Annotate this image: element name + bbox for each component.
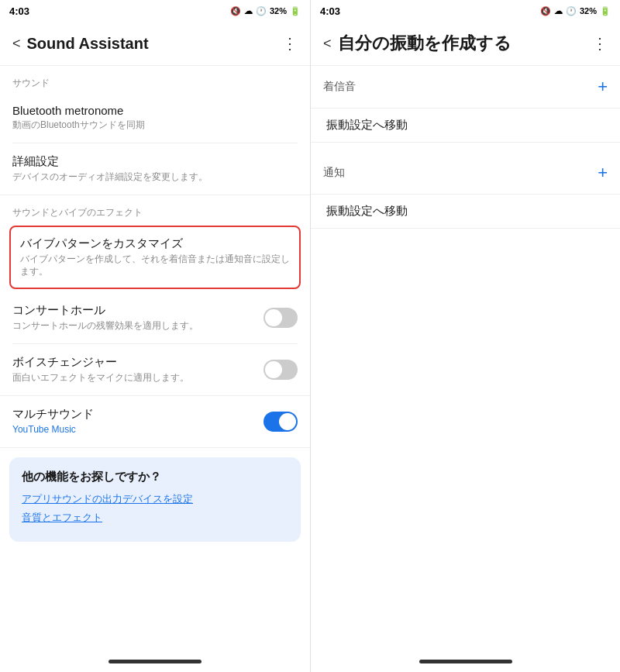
clock-icon: 🕐: [256, 6, 267, 16]
voice-changer-subtitle: 面白いエフェクトをマイクに適用します。: [12, 371, 264, 384]
mute-icon-right: 🔇: [540, 6, 551, 16]
vibe-customize-item[interactable]: バイブパターンをカスタマイズ バイブパターンを作成して、それを着信音または通知音…: [9, 226, 301, 290]
multi-sound-subtitle: YouTube Music: [12, 423, 264, 436]
notification-section-header: 通知 +: [311, 152, 620, 194]
more-menu-left[interactable]: ⋮: [282, 34, 298, 53]
ringtone-add-button[interactable]: +: [598, 77, 608, 97]
page-title-right: 自分の振動を作成する: [338, 32, 512, 55]
app-header-right: < 自分の振動を作成する ⋮: [311, 22, 620, 65]
more-menu-right[interactable]: ⋮: [592, 34, 608, 53]
vibe-customize-subtitle: バイブパターンを作成して、それを着信音または通知音に設定します。: [20, 253, 290, 279]
content-right: 着信音 + 振動設定へ移動 通知 + 振動設定へ移動: [311, 66, 620, 650]
section-label-vibe: サウンドとバイブのエフェクト: [0, 195, 310, 222]
bluetooth-metronome-title: Bluetooth metronome: [12, 104, 298, 117]
detail-settings-subtitle: デバイスのオーディオ詳細設定を変更します。: [12, 171, 298, 184]
concert-hall-subtitle: コンサートホールの残響効果を適用します。: [12, 319, 264, 333]
ringtone-section-header: 着信音 +: [311, 66, 620, 108]
bluetooth-metronome-item[interactable]: Bluetooth metronome 動画のBluetoothサウンドを同期: [0, 93, 310, 143]
battery-text: 32%: [270, 6, 287, 16]
notification-vibration-settings[interactable]: 振動設定へ移動: [311, 195, 620, 228]
app-header-left: < Sound Assistant ⋮: [0, 22, 310, 65]
home-bar-right: [311, 650, 620, 672]
battery-text-right: 32%: [580, 6, 597, 16]
suggestion-card: 他の機能をお探しですか？ アプリサウンドの出力デバイスを設定 音質とエフェクト: [9, 457, 301, 542]
page-title-left: Sound Assistant: [27, 35, 149, 53]
concert-hall-item[interactable]: コンサートホール コンサートホールの残響効果を適用します。: [0, 292, 310, 343]
status-icons-right: 🔇 ☁ 🕐 32% 🔋: [540, 6, 611, 16]
panel-left: 4:03 🔇 ☁ 🕐 32% 🔋 < Sound Assistant ⋮ サウン…: [0, 0, 310, 672]
voice-changer-toggle[interactable]: [264, 360, 298, 380]
wifi-icon-right: ☁: [554, 6, 563, 16]
status-icons-left: 🔇 ☁ 🕐 32% 🔋: [230, 6, 301, 16]
notification-label: 通知: [323, 166, 345, 180]
back-button-right[interactable]: <: [323, 36, 332, 52]
section-label-sound: サウンド: [0, 66, 310, 93]
status-bar-left: 4:03 🔇 ☁ 🕐 32% 🔋: [0, 0, 310, 22]
back-button-left[interactable]: <: [12, 36, 21, 52]
card-title: 他の機能をお探しですか？: [22, 470, 288, 484]
battery-icon-right: 🔋: [600, 6, 611, 16]
content-left: サウンド Bluetooth metronome 動画のBluetoothサウン…: [0, 66, 310, 650]
divider-r4: [311, 228, 620, 229]
detail-settings-title: 詳細設定: [12, 154, 298, 169]
home-pill-right: [419, 660, 512, 663]
home-bar-left: [0, 650, 310, 672]
panel-right: 4:03 🔇 ☁ 🕐 32% 🔋 < 自分の振動を作成する ⋮ 着信音 + 振動…: [310, 0, 620, 672]
battery-icon: 🔋: [290, 6, 301, 16]
ringtone-label: 着信音: [323, 80, 356, 94]
card-link-1[interactable]: アプリサウンドの出力デバイスを設定: [22, 492, 288, 506]
multi-sound-toggle[interactable]: [264, 412, 298, 432]
vibe-customize-title: バイブパターンをカスタマイズ: [20, 236, 290, 251]
notification-add-button[interactable]: +: [598, 163, 608, 183]
ringtone-vibration-settings[interactable]: 振動設定へ移動: [311, 109, 620, 142]
divider-5: [0, 447, 310, 448]
concert-hall-title: コンサートホール: [12, 303, 264, 318]
spacer-1: [311, 143, 620, 152]
multi-sound-item[interactable]: マルチサウンド YouTube Music: [0, 396, 310, 447]
status-bar-right: 4:03 🔇 ☁ 🕐 32% 🔋: [311, 0, 620, 22]
wifi-icon: ☁: [244, 6, 253, 16]
time-left: 4:03: [9, 5, 29, 17]
mute-icon: 🔇: [230, 6, 241, 16]
voice-changer-title: ボイスチェンジャー: [12, 355, 264, 370]
bluetooth-metronome-subtitle: 動画のBluetoothサウンドを同期: [12, 119, 298, 132]
home-pill-left: [108, 660, 202, 663]
time-right: 4:03: [320, 5, 340, 17]
detail-settings-item[interactable]: 詳細設定 デバイスのオーディオ詳細設定を変更します。: [0, 143, 310, 195]
multi-sound-title: マルチサウンド: [12, 407, 264, 422]
voice-changer-item[interactable]: ボイスチェンジャー 面白いエフェクトをマイクに適用します。: [0, 344, 310, 395]
card-link-2[interactable]: 音質とエフェクト: [22, 511, 288, 525]
clock-icon-right: 🕐: [566, 6, 577, 16]
concert-hall-toggle[interactable]: [264, 308, 298, 328]
